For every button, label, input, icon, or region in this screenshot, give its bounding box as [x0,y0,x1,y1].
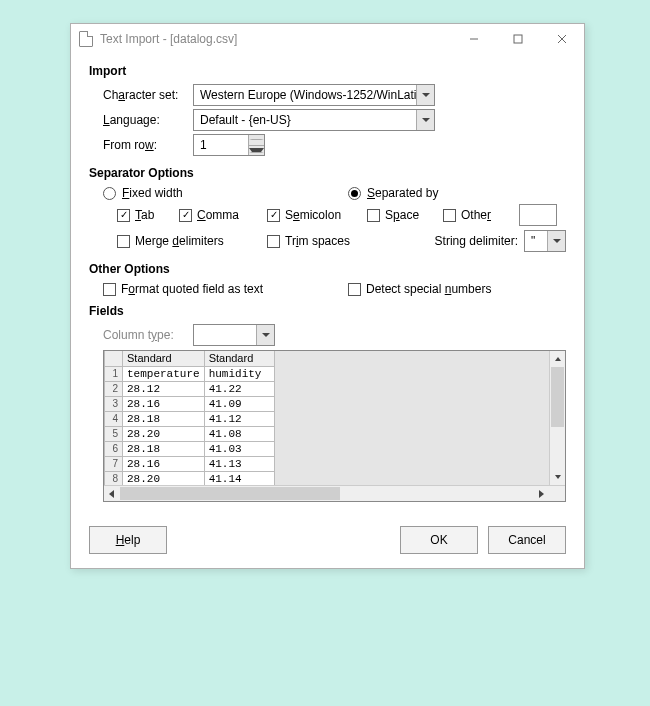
table-row: 1temperaturehumidity [105,366,275,381]
separated-by-radio-group[interactable]: Separated by [348,186,438,200]
other-checkbox[interactable]: Other [443,208,519,222]
spinner-down[interactable] [249,146,264,156]
data-cell: 28.16 [123,396,205,411]
svg-marker-5 [539,490,544,498]
data-cell: 28.20 [123,471,205,485]
language-row: Language: Default - {en-US} [103,109,566,131]
maximize-button[interactable] [496,24,540,54]
fromrow-value: 1 [194,135,248,155]
svg-marker-4 [109,490,114,498]
radio-icon [348,187,361,200]
comma-label: Comma [197,208,239,222]
charset-value: Western Europe (Windows-1252/WinLatin 1) [194,88,416,102]
merge-delimiters-checkbox[interactable]: Merge delimiters [117,234,267,248]
comma-checkbox[interactable]: Comma [179,208,267,222]
detect-numbers-checkbox[interactable]: Detect special numbers [348,282,491,296]
tab-label: Tab [135,208,154,222]
separator-extra-row: Merge delimiters Trim spaces String deli… [117,230,566,252]
scroll-thumb[interactable] [551,367,564,427]
fixed-width-radio-group[interactable]: Fixed width [103,186,348,200]
cancel-button[interactable]: Cancel [488,526,566,554]
trim-spaces-checkbox[interactable]: Trim spaces [267,234,399,248]
radio-icon [103,187,116,200]
minimize-button[interactable] [452,24,496,54]
checkbox-icon [267,235,280,248]
table-row: 228.1241.22 [105,381,275,396]
fixed-width-label: Fixed width [122,186,183,200]
scroll-thumb[interactable] [120,487,340,500]
chevron-down-icon [547,231,565,251]
charset-label: Character set: [103,88,193,102]
rownum-cell: 1 [105,366,123,381]
dialog-footer: Help OK Cancel [89,526,566,554]
fromrow-row: From row: 1 [103,134,566,156]
data-cell: 41.08 [204,426,274,441]
fromrow-spinner[interactable]: 1 [193,134,265,156]
col-header-2[interactable]: Standard [204,351,274,366]
close-button[interactable] [540,24,584,54]
data-cell: 28.18 [123,441,205,456]
checkbox-icon [117,209,130,222]
table-row: 528.2041.08 [105,426,275,441]
chevron-down-icon [256,325,274,345]
scroll-up-icon[interactable] [550,351,565,367]
data-cell: 41.22 [204,381,274,396]
checkbox-icon [103,283,116,296]
other-label: Other [461,208,491,222]
horizontal-scrollbar[interactable] [104,485,565,501]
checkbox-icon [443,209,456,222]
semicolon-label: Semicolon [285,208,341,222]
rownum-header [105,351,123,366]
preview-table-area[interactable]: Standard Standard 1temperaturehumidity22… [104,351,549,485]
detect-numbers-label: Detect special numbers [366,282,491,296]
checkbox-icon [367,209,380,222]
language-select[interactable]: Default - {en-US} [193,109,435,131]
checkbox-icon [117,235,130,248]
table-row: 628.1841.03 [105,441,275,456]
space-checkbox[interactable]: Space [367,208,443,222]
scroll-left-icon[interactable] [104,486,120,501]
window-controls [452,24,584,54]
spinner-up[interactable] [249,135,264,146]
scroll-corner [549,486,565,501]
scroll-track[interactable] [550,367,565,469]
language-label: Language: [103,113,193,127]
format-quoted-checkbox[interactable]: Format quoted field as text [103,282,348,296]
chevron-down-icon [416,110,434,130]
col-header-1[interactable]: Standard [123,351,205,366]
charset-select[interactable]: Western Europe (Windows-1252/WinLatin 1) [193,84,435,106]
window-title: Text Import - [datalog.csv] [100,32,452,46]
svg-rect-1 [514,35,522,43]
vertical-scrollbar[interactable] [549,351,565,485]
table-row: 728.1641.13 [105,456,275,471]
merge-label: Merge delimiters [135,234,224,248]
checkbox-icon [267,209,280,222]
help-button[interactable]: Help [89,526,167,554]
column-type-row: Column type: [103,324,566,346]
ok-button[interactable]: OK [400,526,478,554]
section-separator: Separator Options [89,166,566,180]
scroll-right-icon[interactable] [533,486,549,501]
string-delimiter-select[interactable]: " [524,230,566,252]
tab-checkbox[interactable]: Tab [117,208,179,222]
data-cell: 41.13 [204,456,274,471]
semicolon-checkbox[interactable]: Semicolon [267,208,367,222]
document-icon [79,31,93,47]
data-cell: humidity [204,366,274,381]
scroll-down-icon[interactable] [550,469,565,485]
column-type-select [193,324,275,346]
format-quoted-label: Format quoted field as text [121,282,263,296]
data-cell: 28.12 [123,381,205,396]
spinner-buttons [248,135,264,155]
data-cell: 28.20 [123,426,205,441]
other-delimiter-input[interactable] [519,204,557,226]
scroll-track[interactable] [120,486,533,501]
rownum-cell: 7 [105,456,123,471]
data-cell: 41.12 [204,411,274,426]
dialog-body: Import Character set: Western Europe (Wi… [71,54,584,568]
trim-label: Trim spaces [285,234,350,248]
section-import: Import [89,64,566,78]
checkbox-icon [348,283,361,296]
separator-mode-row: Fixed width Separated by [103,186,566,200]
rownum-cell: 3 [105,396,123,411]
